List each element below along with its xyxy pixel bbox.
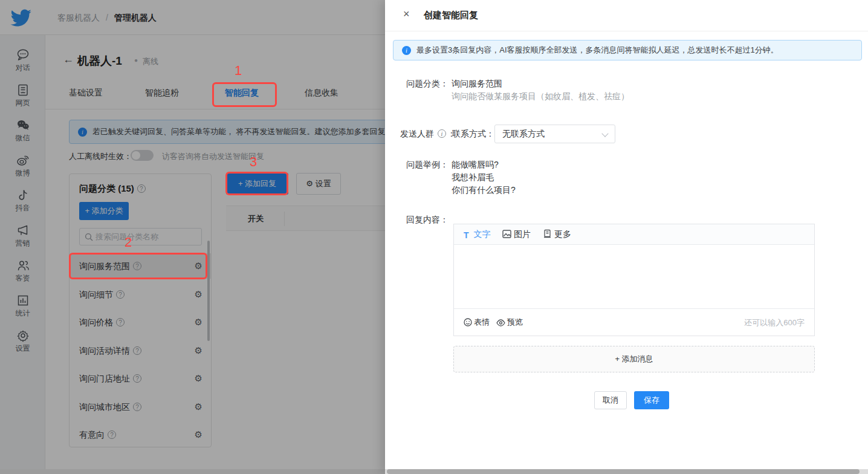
- preview-button[interactable]: 预览: [496, 317, 523, 328]
- contact-method-value: 无联系方式: [502, 129, 545, 138]
- annotation-step-3: 3: [250, 154, 257, 170]
- char-counter: 还可以输入600字: [744, 317, 805, 328]
- example-line: 能做嘴唇吗?: [452, 160, 499, 170]
- reply-editor: T 文字 图片 更多 表情 预览 还可以输入600字: [453, 224, 815, 336]
- create-smart-reply-modal: × 创建智能回复 i 最多设置3条回复内容，AI客服按顺序全部发送，多条消息间将…: [385, 0, 868, 474]
- modal-title: 创建智能回复: [424, 10, 478, 21]
- example-line: 我想补眉毛: [452, 172, 494, 183]
- emoji-button[interactable]: 表情: [464, 317, 490, 328]
- category-field-desc: 询问能否做某服务项目（如纹眉、植发、祛痘）: [452, 91, 629, 102]
- save-button[interactable]: 保存: [634, 391, 669, 409]
- example-line: 你们有什么项目?: [452, 185, 516, 196]
- annotation-box-2: [69, 253, 207, 279]
- image-icon: [502, 230, 511, 238]
- cancel-button[interactable]: 取消: [594, 391, 627, 409]
- editor-body: [454, 245, 814, 308]
- chevron-down-icon: [601, 130, 608, 137]
- modal-scrim-overlay[interactable]: [0, 0, 385, 474]
- modal-header: × 创建智能回复: [385, 0, 868, 31]
- category-field-label: 问题分类：: [385, 79, 449, 89]
- reply-textarea[interactable]: [454, 245, 814, 308]
- horizontal-scrollbar[interactable]: [385, 469, 868, 474]
- editor-tab-text[interactable]: T 文字: [464, 229, 490, 240]
- modal-info-banner: i 最多设置3条回复内容，AI客服按顺序全部发送，多条消息间将智能拟人延迟，总发…: [393, 40, 862, 60]
- category-field-value: 询问服务范围: [452, 79, 502, 89]
- editor-tab-more[interactable]: 更多: [543, 229, 571, 240]
- reply-content-label: 回复内容：: [385, 215, 449, 226]
- scrollbar-thumb[interactable]: [387, 469, 860, 474]
- text-icon: T: [464, 230, 469, 240]
- annotation-box-1: [212, 82, 277, 107]
- annotation-step-1: 1: [235, 63, 242, 79]
- editor-toolbar: T 文字 图片 更多: [454, 224, 814, 245]
- editor-footer: 表情 预览 还可以输入600字: [454, 308, 814, 336]
- info-icon: i: [402, 46, 411, 55]
- annotation-step-2: 2: [125, 235, 132, 250]
- eye-icon: [496, 319, 505, 326]
- editor-tab-image[interactable]: 图片: [502, 229, 531, 240]
- more-icon: [543, 229, 552, 238]
- contact-method-select[interactable]: 无联系方式: [494, 125, 615, 143]
- examples-field-label: 问题举例：: [385, 160, 449, 170]
- smiley-icon: [464, 318, 472, 326]
- modal-banner-text: 最多设置3条回复内容，AI客服按顺序全部发送，多条消息间将智能拟人延迟，总发送时…: [416, 45, 779, 54]
- close-icon[interactable]: ×: [403, 8, 410, 21]
- annotation-box-3: [225, 172, 288, 195]
- audience-label: 发送人群 i：: [400, 129, 456, 140]
- contact-method-label: 联系方式：: [452, 129, 494, 140]
- add-message-button[interactable]: + 添加消息: [453, 346, 815, 372]
- info-icon[interactable]: i: [438, 129, 446, 138]
